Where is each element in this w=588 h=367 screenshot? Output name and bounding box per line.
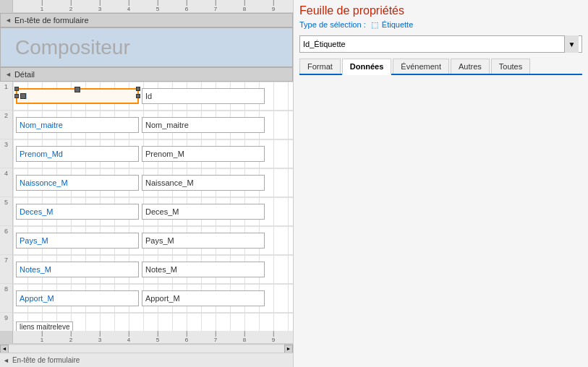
composer-title: Compositeur [15, 36, 130, 59]
form-designer: 1 2 3 4 5 6 7 8 9 ◄ En-tête de formulair… [0, 0, 293, 367]
b-tick-1: 1 [41, 331, 43, 343]
field-label-naissance[interactable]: Naissonce_M [16, 175, 139, 191]
field-control-deces[interactable]: Deces_M [142, 204, 265, 220]
field-row-id[interactable]: Id Id [13, 82, 293, 111]
field-row-naissance[interactable]: Naissonce_M Naissance_M [13, 168, 293, 197]
resize-handle-tl[interactable] [14, 87, 19, 91]
tab-toutes[interactable]: Toutes [491, 59, 530, 74]
row-label-3: 3 [0, 139, 12, 168]
bottom-ruler-h: 1 2 3 4 5 6 7 8 9 [13, 331, 293, 343]
ruler-tick-5: 5 [156, 0, 159, 12]
resize-handle-tr[interactable] [136, 87, 140, 91]
ruler-corner [0, 0, 13, 13]
field-label-apport[interactable]: Apport_M [16, 290, 139, 306]
ruler-tick-1: 1 [41, 0, 43, 12]
ruler-tick-9: 9 [272, 0, 275, 12]
label-nom-text: Nom_maitre [20, 121, 63, 129]
b-tick-7: 7 [214, 331, 217, 343]
field-control-notes[interactable]: Notes_M [142, 262, 265, 277]
field-row-prenom[interactable]: Prenom_Md Prenom_M [13, 139, 293, 168]
b-tick-6: 6 [185, 331, 188, 343]
detail-area: 1 2 3 4 5 6 7 8 9 [0, 82, 293, 331]
header-section-bar: ◄ En-tête de formulaire [0, 13, 293, 27]
tab-format[interactable]: Format [299, 59, 341, 74]
control-naissance-text: Naissance_M [145, 178, 194, 187]
form-content: ◄ En-tête de formulaire Compositeur ◄ Dé… [0, 13, 293, 331]
header-arrow: ◄ [5, 17, 12, 24]
dropdown-arrow-icon[interactable]: ▼ [564, 35, 579, 53]
label-pays-text: Pays_M [20, 236, 48, 245]
dropdown-value: Id_Étiquette [303, 40, 346, 48]
field-row-nom[interactable]: Nom_maitre Nom_maitre [13, 111, 293, 139]
b-tick-2: 2 [69, 331, 72, 343]
id-etiquette-dropdown[interactable]: Id_Étiquette ▼ [299, 35, 582, 53]
resize-handle-r[interactable] [136, 94, 140, 98]
horizontal-scrollbar[interactable]: ◄ ► [0, 344, 293, 353]
ruler-tick-6: 6 [185, 0, 188, 12]
ruler-tick-8: 8 [243, 0, 246, 12]
subtitle-prefix: Type de sélection : [299, 20, 366, 29]
field-label-deces[interactable]: Deces_M [16, 204, 139, 220]
dropdown-row: Id_Étiquette ▼ [299, 35, 582, 53]
bottom-ruler: 1 2 3 4 5 6 7 8 9 [0, 331, 293, 344]
label-apport-text: Apport_M [20, 294, 54, 303]
row-label-4: 4 [0, 168, 12, 197]
field-control-prenom[interactable]: Prenom_M [142, 146, 265, 162]
field-label-nom[interactable]: Nom_maitre [16, 117, 139, 133]
control-notes-text: Notes_M [145, 265, 177, 274]
field-label-notes[interactable]: Notes_M [16, 262, 139, 277]
footer-bar: ◄ En-tête de formulaire [0, 353, 293, 367]
field-control-nom[interactable]: Nom_maitre [142, 117, 265, 133]
field-label-pays[interactable]: Pays_M [16, 233, 139, 249]
resize-handle-l[interactable] [14, 94, 19, 98]
field-row-notes[interactable]: Notes_M Notes_M [13, 255, 293, 284]
ruler-tick-7: 7 [214, 0, 217, 12]
b-tick-5: 5 [156, 331, 159, 343]
liens-text: liens maitreleve [20, 323, 69, 331]
detail-arrow: ◄ [5, 71, 12, 78]
field-control-id[interactable]: Id [142, 88, 265, 104]
row-label-5: 5 [0, 197, 12, 226]
label-prenom-text: Prenom_Md [20, 150, 63, 158]
properties-tabs: Format Données Événement Autres Toutes [299, 59, 582, 75]
label-notes-text: Notes_M [20, 265, 51, 274]
tab-evenement[interactable]: Événement [393, 59, 449, 74]
scroll-track[interactable] [9, 345, 284, 353]
field-row-liens: liens maitreleve [13, 313, 293, 331]
field-row-deces[interactable]: Deces_M Deces_M [13, 197, 293, 226]
b-tick-3: 3 [98, 331, 101, 343]
footer-label: En-tête de formulaire [12, 356, 80, 364]
row-label-9: 9 [0, 313, 12, 331]
control-pays-text: Pays_M [145, 236, 174, 245]
field-label-id[interactable]: Id [16, 88, 139, 104]
subtitle-cursor-icon: ⬚ [371, 20, 378, 29]
footer-arrow: ◄ [3, 357, 9, 364]
properties-panel: Feuille de propriétés Type de sélection … [293, 0, 588, 367]
scroll-right-button[interactable]: ► [284, 345, 293, 353]
header-section-label: En-tête de formulaire [14, 16, 89, 25]
field-control-naissance[interactable]: Naissance_M [142, 175, 265, 191]
tab-autres[interactable]: Autres [451, 59, 490, 74]
properties-title: Feuille de propriétés [299, 4, 582, 17]
control-nom-text: Nom_maitre [145, 121, 189, 129]
header-content-area[interactable]: Compositeur [0, 27, 293, 67]
row-label-7: 7 [0, 255, 12, 284]
control-deces-text: Deces_M [145, 207, 179, 216]
control-apport-text: Apport_M [145, 294, 180, 303]
row-label-1: 1 [0, 82, 12, 111]
control-id-text: Id [145, 92, 152, 100]
label-naissance-text: Naissonce_M [20, 178, 68, 187]
top-ruler: 1 2 3 4 5 6 7 8 9 [0, 0, 293, 13]
ruler-tick-2: 2 [69, 0, 72, 12]
field-label-prenom[interactable]: Prenom_Md [16, 146, 139, 162]
control-prenom-text: Prenom_M [145, 150, 184, 158]
properties-subtitle: Type de sélection : ⬚ Étiquette [299, 20, 582, 30]
field-row-pays[interactable]: Pays_M Pays_M [13, 226, 293, 255]
field-control-pays[interactable]: Pays_M [142, 233, 265, 249]
ruler-horizontal: 1 2 3 4 5 6 7 8 9 [13, 0, 293, 12]
tab-donnees[interactable]: Données [342, 59, 391, 75]
scroll-left-button[interactable]: ◄ [0, 345, 9, 353]
subtitle-value: Étiquette [382, 20, 413, 29]
field-row-apport[interactable]: Apport_M Apport_M [13, 284, 293, 313]
field-control-apport[interactable]: Apport_M [142, 290, 265, 306]
